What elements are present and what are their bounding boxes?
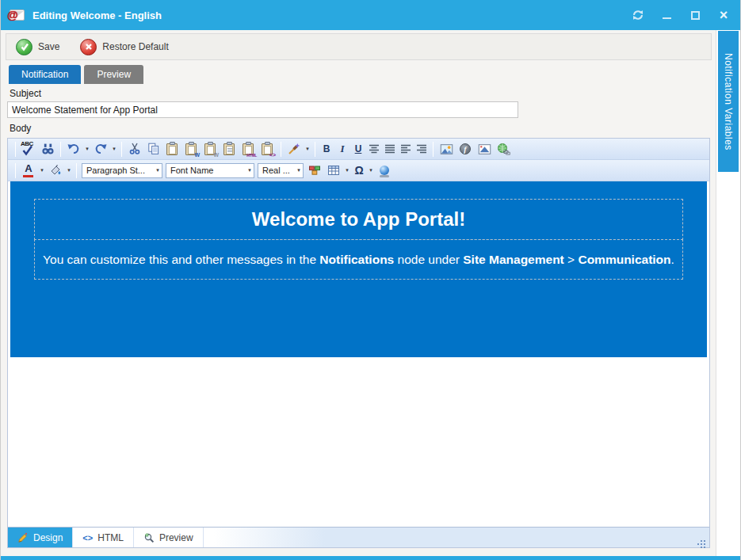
paragraph-style-dropdown[interactable]: Paragraph St...▾ [82,163,162,178]
hyperlink-manager-button[interactable] [494,139,513,158]
paste-html-icon: <> [261,142,275,156]
align-right-icon [416,143,427,154]
insert-table-button[interactable] [324,161,343,180]
bold-button[interactable]: B [319,139,334,158]
font-size-dropdown[interactable]: Real ...▾ [258,163,304,178]
bold-icon: B [323,143,330,154]
paste-from-word-icon: W [185,142,199,156]
italic-button[interactable]: I [334,139,350,158]
align-justify-button[interactable] [382,139,398,158]
undo-icon [67,143,80,155]
window-controls: × [626,5,735,25]
font-color-icon: A [22,163,35,177]
toolbar-separator [315,142,315,157]
subject-label: Subject [10,88,41,99]
window-bottom-border [1,556,741,560]
insert-table-dropdown-arrow[interactable]: ▾ [343,167,351,173]
refresh-icon [632,9,644,21]
cut-button[interactable] [125,139,144,158]
welcome-heading: Welcome to App Portal! [252,208,465,230]
omega-icon: Ω [354,164,363,177]
font-color-dropdown-arrow[interactable]: ▾ [38,167,46,173]
editor-window: @ Editing Welcome - English × [0,0,741,560]
image-icon [440,143,453,156]
restore-default-label: Restore Default [102,41,168,52]
toolbar-separator [121,142,122,157]
paste-html-button[interactable]: <> [258,139,277,158]
underline-button[interactable]: U [350,139,366,158]
rich-text-editor: ABC [7,138,710,548]
toolbar-separator [281,142,281,157]
mode-tab-html[interactable]: <> HTML [73,528,134,547]
paste-as-html-icon: HTML [242,142,256,156]
paste-from-word-button[interactable]: W [182,139,201,158]
redo-dropdown-arrow[interactable]: ▾ [110,146,118,152]
paste-button[interactable] [163,139,182,158]
find-replace-button[interactable] [38,139,57,158]
maximize-button[interactable] [683,5,707,25]
spellcheck-icon: ABC [20,140,37,158]
sphere-icon [380,166,389,175]
undo-button[interactable] [64,139,83,158]
title-bar: @ Editing Welcome - English × [1,0,741,30]
minimize-icon [663,17,671,19]
insert-symbol-dropdown-arrow[interactable]: ▾ [367,167,375,173]
copy-icon [147,143,160,155]
close-button[interactable]: × [712,5,735,25]
mode-tab-design[interactable]: Design [8,528,73,547]
insert-media-button[interactable] [375,161,394,180]
copy-button[interactable] [144,139,163,158]
align-center-button[interactable] [366,139,382,158]
paste-from-word-clean-button[interactable]: W [201,139,220,158]
media-manager-button[interactable] [475,139,494,158]
editor-toolbar-row-2: A ▾ ▾ Paragraph St...▾ Fon [8,160,709,181]
editor-toolbar-row-1: ABC [8,139,709,160]
toolbar-separator [433,142,434,157]
subject-input[interactable] [7,101,518,118]
toolbar-separator [60,142,61,157]
format-stripper-dropdown-arrow[interactable]: ▾ [304,146,311,152]
paint-bucket-icon [49,164,62,177]
insert-snippet-button[interactable] [305,161,324,180]
save-button[interactable]: Save [16,39,59,55]
paste-from-word-clean-icon: W [204,142,218,156]
scissors-icon [128,143,141,155]
background-color-button[interactable] [46,161,65,180]
magnifier-icon [143,532,155,543]
tab-notification[interactable]: Notification [9,65,81,84]
redo-icon [94,143,107,155]
background-color-dropdown-arrow[interactable]: ▾ [65,167,73,173]
italic-icon: I [340,143,344,155]
paragraph-cell: You can customize this and other message… [34,239,683,280]
flash-manager-button[interactable]: f [456,139,475,158]
underline-icon: U [355,143,362,154]
spellcheck-button[interactable]: ABC [19,139,38,158]
align-center-icon [369,143,380,154]
restore-default-button[interactable]: Restore Default [80,39,168,55]
paste-as-html-button[interactable]: HTML [239,139,258,158]
action-bar: Save Restore Default [6,33,712,60]
sphere-base [380,175,389,177]
editor-mode-tabs: Design <> HTML Preview [8,527,709,547]
refresh-button[interactable] [626,5,650,25]
minimize-button[interactable] [655,5,678,25]
paste-plain-text-button[interactable] [220,139,239,158]
font-name-dropdown[interactable]: Font Name▾ [166,163,254,178]
editor-canvas[interactable]: Welcome to App Portal! You can customize… [8,181,709,527]
insert-symbol-button[interactable]: Ω [351,161,367,180]
image-manager-button[interactable] [437,139,456,158]
align-left-button[interactable] [398,139,414,158]
restore-x-icon [80,39,97,55]
mode-tab-preview[interactable]: Preview [134,528,204,547]
redo-button[interactable] [91,139,110,158]
paragraph-style-arrow: ▾ [154,167,162,173]
align-right-button[interactable] [414,139,430,158]
format-stripper-button[interactable] [285,139,304,158]
notification-variables-tab[interactable]: Notification Variables [718,31,739,172]
font-color-button[interactable]: A [19,161,38,180]
toolbar-separator [76,163,77,178]
undo-dropdown-arrow[interactable]: ▾ [83,146,91,152]
app-envelope-icon: @ [7,7,26,23]
resize-grip[interactable] [701,540,702,542]
tab-preview[interactable]: Preview [84,65,143,84]
